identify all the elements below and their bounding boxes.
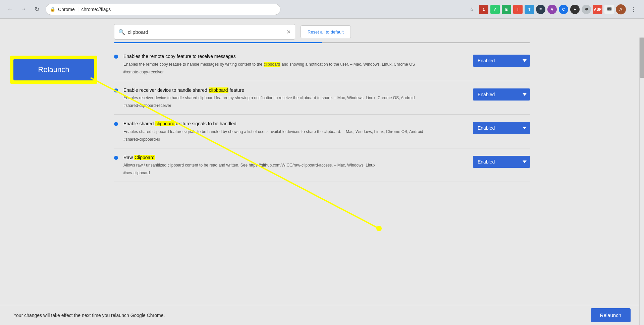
flag-select-wrap: Default Enabled Disabled — [473, 156, 530, 168]
ext-icon-2[interactable]: ✓ — [490, 5, 500, 14]
search-icon: 🔍 — [118, 29, 125, 35]
highlight: clipboard — [209, 87, 228, 93]
flag-item: Enable receiver device to handle shared … — [114, 81, 530, 115]
flag-title: Enable shared clipboard feature signals … — [123, 121, 468, 127]
flag-select-wrap: Default Enabled Disabled — [473, 55, 530, 67]
flag-select-shared-clipboard-receiver[interactable]: Default Enabled Disabled — [473, 88, 530, 101]
refresh-button[interactable]: ↻ — [32, 5, 42, 14]
relaunch-bottom-button[interactable]: Relaunch — [591, 308, 631, 322]
flag-dot — [114, 156, 118, 160]
flag-content: Enable shared clipboard feature signals … — [123, 121, 468, 142]
flag-select-shared-clipboard-ui[interactable]: Default Enabled Disabled — [473, 122, 530, 134]
browser-chrome: ← → ↻ 🔒 Chrome | chrome://flags ☆ 1 ✓ E … — [0, 0, 644, 19]
flag-select-wrap: Default Enabled Disabled — [473, 122, 530, 134]
ext-icon-4[interactable]: ! — [513, 5, 523, 14]
flag-dot — [114, 88, 118, 92]
relaunch-left-wrapper: Relaunch — [10, 56, 97, 84]
relaunch-top-button[interactable]: Relaunch — [13, 59, 94, 80]
highlight: clipboard — [155, 121, 175, 126]
flag-link[interactable]: #raw-clipboard — [123, 171, 150, 175]
flag-title: Enables the remote copy feature to recei… — [123, 53, 468, 60]
flag-desc: Enables receiver device to handle shared… — [123, 95, 468, 101]
flag-content: Enables the remote copy feature to recei… — [123, 53, 468, 75]
flag-desc: Enables the remote copy feature to handl… — [123, 61, 468, 67]
highlight: Clipboard — [134, 155, 155, 160]
relaunch-highlight: Relaunch — [10, 56, 97, 84]
flag-desc: Enables shared clipboard feature signals… — [123, 129, 468, 135]
flag-select-remote-copy[interactable]: Default Enabled Disabled — [473, 55, 530, 67]
address-bar[interactable]: 🔒 Chrome | chrome://flags — [46, 4, 280, 15]
forward-button[interactable]: → — [19, 5, 28, 14]
flag-dot — [114, 122, 118, 126]
flag-content: Enable receiver device to handle shared … — [123, 87, 468, 109]
flag-title: Raw Clipboard — [123, 154, 468, 161]
flag-dot — [114, 55, 118, 59]
separator: | — [77, 7, 79, 12]
ext-icon-10[interactable]: ⊕ — [582, 5, 591, 14]
ext-icon-mail[interactable]: ✉ — [604, 5, 614, 14]
toolbar-icons: ☆ 1 ✓ E ! T ✒ V C + ⊕ ABP ✉ A ⋮ — [466, 4, 639, 15]
flag-select-raw-clipboard[interactable]: Default Enabled Disabled — [473, 156, 530, 168]
ext-icon-6[interactable]: ✒ — [536, 5, 545, 14]
ext-icon-1[interactable]: 1 — [479, 5, 488, 14]
page-content: Relaunch 🔍 ✕ Reset all to default Enable… — [0, 19, 644, 325]
user-avatar[interactable]: A — [616, 4, 626, 14]
flag-title: Enable receiver device to handle shared … — [123, 87, 468, 94]
search-area: 🔍 ✕ Reset all to default — [0, 19, 644, 40]
bottom-bar: Your changes will take effect the next t… — [0, 305, 644, 325]
app-name: Chrome — [58, 7, 75, 12]
flag-content: Raw Clipboard Allows raw / unsanitized c… — [123, 154, 468, 176]
ext-icon-7[interactable]: V — [547, 5, 557, 14]
star-icon[interactable]: ☆ — [466, 4, 477, 15]
ext-icon-3[interactable]: E — [502, 5, 511, 14]
ext-icon-abp[interactable]: ABP — [593, 5, 602, 14]
flag-item: Enable shared clipboard feature signals … — [114, 115, 530, 148]
highlight: clipboard — [264, 62, 281, 67]
menu-icon[interactable]: ⋮ — [628, 4, 639, 15]
flag-select-wrap: Default Enabled Disabled — [473, 88, 530, 101]
ext-icon-8[interactable]: C — [559, 5, 568, 14]
ext-icon-5[interactable]: T — [525, 5, 534, 14]
search-box[interactable]: 🔍 ✕ — [114, 24, 295, 40]
back-button[interactable]: ← — [5, 5, 15, 14]
scrollbar[interactable] — [639, 38, 644, 325]
security-icon: 🔒 — [50, 7, 55, 12]
scrollbar-thumb[interactable] — [640, 38, 644, 78]
flag-desc: Allows raw / unsanitized clipboard conte… — [123, 162, 468, 168]
clear-button[interactable]: ✕ — [286, 29, 291, 35]
flag-item: Raw Clipboard Allows raw / unsanitized c… — [114, 148, 530, 182]
reset-all-button[interactable]: Reset all to default — [301, 25, 351, 38]
bottom-message: Your changes will take effect the next t… — [13, 313, 165, 318]
search-input[interactable] — [128, 29, 284, 35]
url: chrome://flags — [81, 7, 111, 12]
flag-link[interactable]: #shared-clipboard-receiver — [123, 103, 171, 108]
flag-link[interactable]: #remote-copy-receiver — [123, 70, 164, 74]
ext-icon-9[interactable]: + — [570, 5, 580, 14]
flag-item: Enables the remote copy feature to recei… — [114, 47, 530, 81]
flag-link[interactable]: #shared-clipboard-ui — [123, 137, 160, 142]
